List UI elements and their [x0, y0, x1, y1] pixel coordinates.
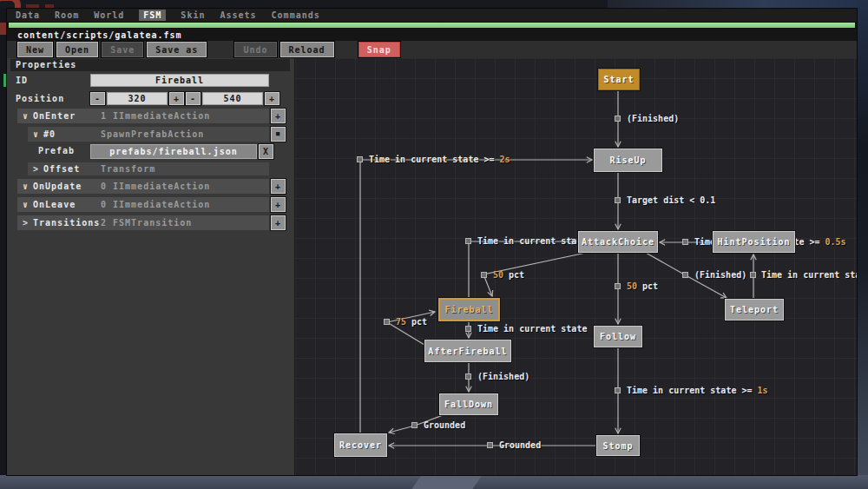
menu-item-commands[interactable]: Commands [272, 10, 320, 20]
offset-row[interactable]: >Offset Transform [28, 162, 269, 175]
save-button[interactable]: Save [102, 42, 143, 57]
position-x-plus-button[interactable]: + [169, 92, 184, 105]
menu-bar: DataRoomWorldFSMSkinAssetsCommands [7, 9, 857, 22]
edge-condition-label: Time in current state [477, 236, 587, 247]
undo-button[interactable]: Undo [234, 42, 276, 57]
id-label: ID [16, 74, 28, 87]
action-0-menu-button[interactable]: ■ [271, 127, 286, 142]
collapse-arrow-icon[interactable]: ∨ [23, 200, 29, 209]
on-leave-add-button[interactable]: + [271, 197, 286, 212]
position-x-minus-button[interactable]: - [90, 92, 105, 105]
edge-waypoint-Follow-to-Stomp[interactable] [615, 387, 621, 393]
edge-waypoint-AfterFireball-to-FallDown[interactable] [465, 373, 471, 380]
edge-layer [295, 58, 857, 475]
on-update-row[interactable]: ∨OnUpdate 0 IImmediateAction [17, 179, 269, 194]
menu-item-world[interactable]: World [94, 10, 124, 20]
on-leave-type: 0 IImmediateAction [101, 197, 210, 212]
edge-waypoint-AttackChoice-to-Follow[interactable] [615, 283, 621, 289]
edge-waypoint-Fireball-to-AfterFireball[interactable] [465, 326, 471, 332]
on-update-type: 0 IImmediateAction [101, 179, 210, 194]
edge-waypoint-AfterFireball-to-Fireball[interactable] [384, 319, 390, 325]
fsm-graph-canvas[interactable]: (Finished)Time in current state >= 2sTar… [295, 58, 857, 475]
background-scene-road [411, 475, 482, 489]
edge-waypoint-Stomp-to-Recover[interactable] [487, 442, 493, 448]
edge-condition-label: 50 pct [493, 270, 524, 281]
menu-item-data[interactable]: Data [16, 10, 40, 20]
id-field[interactable]: Fireball [90, 74, 269, 87]
prefab-clear-button[interactable]: X [259, 144, 273, 159]
state-node-falldown[interactable]: FallDown [439, 393, 498, 415]
properties-header: Properties [10, 59, 290, 71]
edge-waypoint-Teleport-to-HintPosition[interactable] [750, 272, 756, 278]
edge-condition-label: Time in current state >= 1s [627, 386, 768, 396]
position-y-minus-button[interactable]: - [186, 92, 201, 105]
save-as-button[interactable]: Save as [147, 42, 207, 57]
edge-condition-label: Grounded [424, 420, 465, 431]
edge-waypoint-AttackChoice-to-Teleport[interactable] [682, 272, 688, 278]
fsm-editor-window: DataRoomWorldFSMSkinAssetsCommands conte… [7, 9, 857, 475]
transitions-add-button[interactable]: + [271, 215, 286, 230]
edge-waypoint-Fireball-to-AttackChoice[interactable] [465, 238, 471, 244]
state-node-hintposition[interactable]: HintPosition [713, 231, 795, 253]
edge-condition-label: Time in current state [477, 324, 587, 334]
state-node-recover[interactable]: Recover [334, 433, 387, 457]
edge-waypoint-HintPosition-to-AttackChoice[interactable] [682, 239, 688, 245]
edge-condition-label: (Finished) [627, 114, 679, 124]
toolbar: NewOpenSaveSave asUndoReloadSnap [7, 41, 857, 58]
state-node-start[interactable]: Start [598, 69, 640, 90]
new-button[interactable]: New [17, 42, 53, 57]
prefab-field[interactable]: prefabs/fireball.json [90, 144, 257, 159]
edge-waypoint-Recover-to-RiseUp[interactable] [357, 156, 363, 162]
position-y-field[interactable]: 540 [202, 92, 263, 105]
state-node-follow[interactable]: Follow [594, 326, 642, 347]
on-enter-row[interactable]: ∨OnEnter 1 IImmediateAction [17, 109, 269, 123]
collapse-arrow-icon[interactable]: ∨ [23, 182, 29, 191]
reload-button[interactable]: Reload [280, 42, 334, 57]
collapse-arrow-icon[interactable]: > [23, 218, 29, 228]
open-button[interactable]: Open [56, 42, 98, 57]
menu-item-room[interactable]: Room [55, 10, 79, 20]
state-node-teleport[interactable]: Teleport [725, 299, 784, 320]
state-node-attackchoice[interactable]: AttackChoice [578, 231, 658, 253]
position-label: Position [16, 92, 64, 105]
edge-waypoint-AttackChoice-to-Fireball[interactable] [481, 272, 487, 278]
action-0-row[interactable]: ∨#0 SpawnPrefabAction [28, 127, 269, 142]
progress-bar [7, 22, 857, 29]
edge-waypoint-Start-to-RiseUp[interactable] [615, 116, 621, 122]
collapse-arrow-icon[interactable]: ∨ [23, 111, 29, 121]
transitions-type: 2 FSMTransition [101, 215, 192, 230]
snap-button[interactable]: Snap [358, 42, 400, 57]
edge-waypoint-FallDown-to-Recover[interactable] [411, 422, 418, 428]
edge-condition-label: Grounded [499, 440, 541, 451]
position-y-plus-button[interactable]: + [265, 92, 279, 105]
background-scene-sky [608, 0, 868, 9]
position-x-field[interactable]: 320 [107, 92, 168, 105]
edge-condition-label: Time in current state >= [761, 270, 857, 281]
edge-waypoint-RiseUp-to-AttackChoice[interactable] [615, 197, 621, 203]
edge-condition-label: 50 pct [627, 281, 658, 292]
transitions-row[interactable]: >Transitions 2 FSMTransition [17, 215, 269, 230]
menu-item-fsm[interactable]: FSM [139, 10, 166, 21]
state-node-stomp[interactable]: Stomp [596, 435, 640, 456]
edge-condition-label: (Finished) [477, 372, 529, 382]
state-node-fireball[interactable]: Fireball [438, 298, 500, 321]
background-sprite-red [0, 23, 6, 35]
file-path-bar: content/scripts/galatea.fsm [7, 29, 857, 41]
edge-condition-label: (Finished) [694, 270, 746, 281]
prefab-label: Prefab [38, 144, 75, 157]
menu-item-skin[interactable]: Skin [181, 10, 205, 20]
state-node-riseup[interactable]: RiseUp [594, 149, 662, 172]
edge-condition-label: Time in current state >= 2s [369, 155, 510, 165]
collapse-arrow-icon[interactable]: ∨ [33, 129, 39, 139]
edge-condition-label: Target dist < 0.1 [627, 195, 715, 206]
on-update-add-button[interactable]: + [271, 179, 286, 194]
on-leave-row[interactable]: ∨OnLeave 0 IImmediateAction [17, 197, 269, 212]
edge-Recover-to-RiseUp [360, 160, 592, 433]
on-enter-add-button[interactable]: + [271, 109, 286, 123]
on-enter-type: 1 IImmediateAction [101, 109, 210, 123]
collapse-arrow-icon[interactable]: > [33, 164, 39, 174]
properties-panel: Properties ID Fireball Position - 320 + … [7, 58, 295, 475]
state-node-afterfireball[interactable]: AfterFireball [424, 340, 511, 362]
progress-bar-fill [9, 23, 855, 28]
menu-item-assets[interactable]: Assets [220, 10, 256, 20]
